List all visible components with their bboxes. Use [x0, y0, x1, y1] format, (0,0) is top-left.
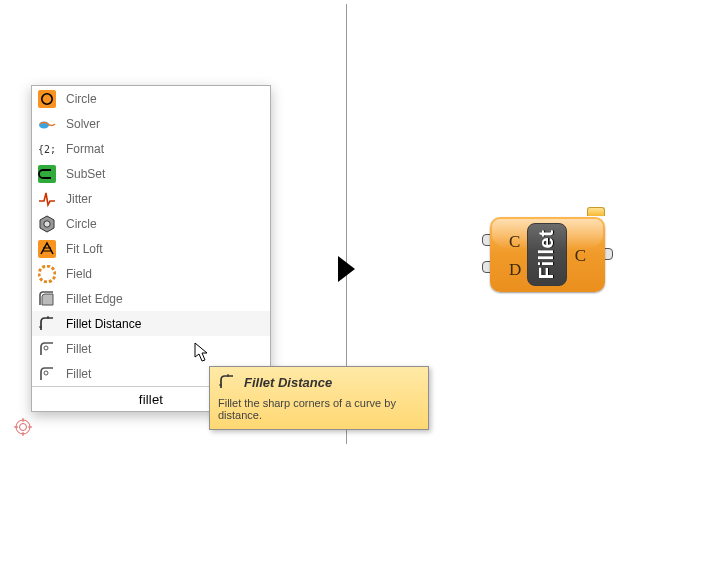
circle-icon	[38, 90, 56, 108]
solver-icon	[38, 115, 56, 133]
tooltip-body: Fillet the sharp corners of a curve by d…	[210, 395, 428, 423]
fillet-component[interactable]: C D C Fillet	[484, 215, 611, 294]
target-icon	[14, 418, 32, 436]
component-name: Fillet	[536, 230, 559, 280]
hex-icon	[38, 215, 56, 233]
fillet-distance-icon	[218, 373, 236, 391]
menu-item-subset[interactable]: SubSet	[32, 161, 270, 186]
menu-item-field[interactable]: Field	[32, 261, 270, 286]
fillet-edge-icon	[38, 290, 56, 308]
menu-item-fillet-1[interactable]: Fillet	[32, 336, 270, 361]
component-name-plate: Fillet	[527, 223, 567, 286]
menu-item-label: Field	[66, 267, 264, 281]
menu-item-solver[interactable]: Solver	[32, 111, 270, 136]
field-icon	[38, 265, 56, 283]
menu-item-format[interactable]: {2;0} Format	[32, 136, 270, 161]
menu-item-fit-loft[interactable]: Fit Loft	[32, 236, 270, 261]
subset-icon	[38, 165, 56, 183]
input-label-d: D	[509, 260, 521, 280]
menu-item-label: Fillet Distance	[66, 317, 264, 331]
svg-point-11	[20, 424, 27, 431]
component-warning-bubble[interactable]	[587, 207, 605, 216]
arrow-right-icon	[338, 256, 355, 282]
fillet-distance-icon	[38, 315, 56, 333]
jitter-icon	[38, 190, 56, 208]
menu-item-label: Circle	[66, 217, 264, 231]
menu-item-fillet-edge[interactable]: Fillet Edge	[32, 286, 270, 311]
menu-item-label: Fillet Edge	[66, 292, 264, 306]
input-label-c: C	[509, 232, 520, 252]
tooltip: Fillet Distance Fillet the sharp corners…	[209, 366, 429, 430]
svg-text:{2;0}: {2;0}	[38, 144, 56, 155]
menu-item-label: Jitter	[66, 192, 264, 206]
menu-item-label: Format	[66, 142, 264, 156]
menu-item-label: SubSet	[66, 167, 264, 181]
menu-item-jitter[interactable]: Jitter	[32, 186, 270, 211]
output-label-c: C	[575, 246, 586, 266]
svg-point-8	[44, 346, 48, 350]
component-body[interactable]: C D C Fillet	[490, 217, 605, 292]
menu-item-label: Solver	[66, 117, 264, 131]
menu-item-fillet-distance[interactable]: Fillet Distance	[32, 311, 270, 336]
canvas[interactable]: C D C Fillet Circle Solver {2;0} Format	[0, 0, 712, 564]
svg-point-9	[44, 371, 48, 375]
fillet-icon	[38, 365, 56, 383]
fillet-icon	[38, 340, 56, 358]
component-search-menu[interactable]: Circle Solver {2;0} Format SubSet Jitter	[31, 85, 271, 412]
svg-point-10	[16, 420, 30, 434]
svg-rect-4	[38, 165, 56, 183]
fit-loft-icon	[38, 240, 56, 258]
svg-point-6	[44, 220, 50, 226]
menu-item-label: Fillet	[66, 342, 264, 356]
menu-item-label: Circle	[66, 92, 264, 106]
svg-rect-0	[38, 90, 56, 108]
menu-item-circle[interactable]: Circle	[32, 86, 270, 111]
tooltip-title: Fillet Distance	[244, 375, 332, 390]
menu-item-label: Fit Loft	[66, 242, 264, 256]
format-icon: {2;0}	[38, 140, 56, 158]
menu-item-circle-2[interactable]: Circle	[32, 211, 270, 236]
